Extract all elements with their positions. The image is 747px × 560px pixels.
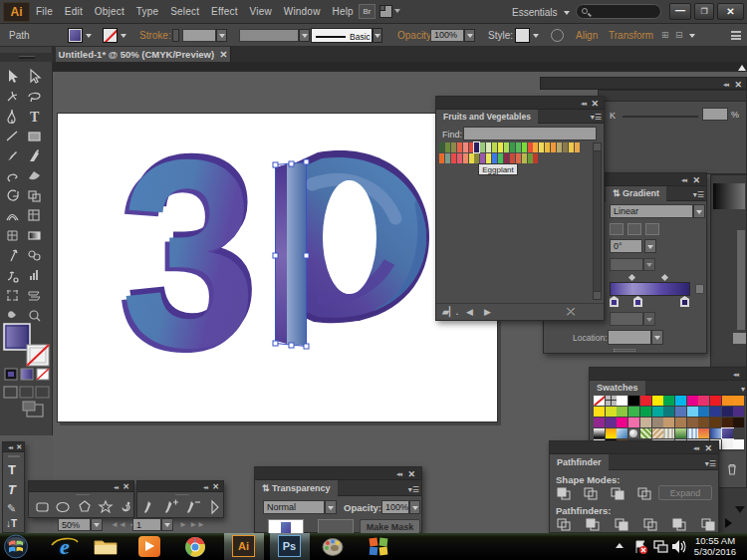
svg-text:3: 3: [121, 113, 257, 403]
svg-text:T: T: [30, 110, 40, 125]
